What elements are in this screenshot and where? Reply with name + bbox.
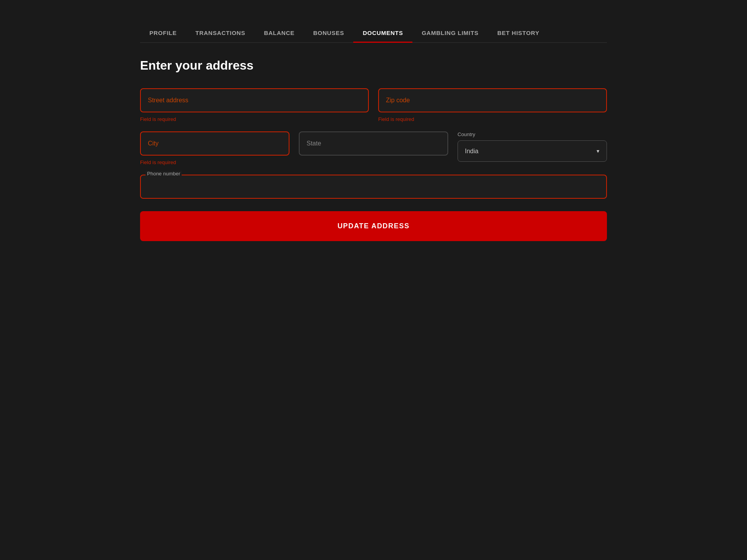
country-select-wrapper[interactable]: India United States United Kingdom Austr… bbox=[458, 140, 607, 162]
country-select[interactable]: India United States United Kingdom Austr… bbox=[465, 148, 600, 154]
phone-label: Phone number bbox=[146, 171, 182, 177]
address-form: Field is required Field is required Fiel… bbox=[140, 88, 607, 241]
phone-group: Phone number bbox=[140, 175, 607, 199]
tab-bonuses[interactable]: BONUSES bbox=[304, 23, 353, 42]
street-address-group: Field is required bbox=[140, 88, 369, 122]
form-row-3: Phone number bbox=[140, 175, 607, 199]
state-input[interactable] bbox=[299, 131, 448, 156]
zip-code-group: Field is required bbox=[378, 88, 607, 122]
zip-code-input[interactable] bbox=[378, 88, 607, 112]
zip-code-error: Field is required bbox=[378, 116, 607, 122]
country-label: Country bbox=[458, 131, 607, 137]
street-address-input[interactable] bbox=[140, 88, 369, 112]
update-address-button[interactable]: UPDATE ADDRESS bbox=[140, 211, 607, 241]
tab-transactions[interactable]: TRANSACTIONS bbox=[186, 23, 254, 42]
city-input[interactable] bbox=[140, 131, 289, 156]
tab-profile[interactable]: PROFILE bbox=[140, 23, 186, 42]
form-row-2: Field is required Country India United S… bbox=[140, 131, 607, 165]
street-address-error: Field is required bbox=[140, 116, 369, 122]
tab-balance[interactable]: BALANCE bbox=[254, 23, 304, 42]
state-group bbox=[299, 131, 448, 156]
nav-tabs: PROFILE TRANSACTIONS BALANCE BONUSES DOC… bbox=[140, 23, 607, 43]
city-error: Field is required bbox=[140, 159, 289, 165]
country-group: Country India United States United Kingd… bbox=[458, 131, 607, 162]
phone-input[interactable] bbox=[140, 175, 607, 199]
tab-documents[interactable]: DOCUMENTS bbox=[353, 23, 412, 42]
page-title: Enter your address bbox=[140, 58, 607, 73]
city-group: Field is required bbox=[140, 131, 289, 165]
form-row-1: Field is required Field is required bbox=[140, 88, 607, 122]
tab-bet-history[interactable]: BET HISTORY bbox=[488, 23, 549, 42]
tab-gambling-limits[interactable]: GAMBLING LIMITS bbox=[412, 23, 488, 42]
